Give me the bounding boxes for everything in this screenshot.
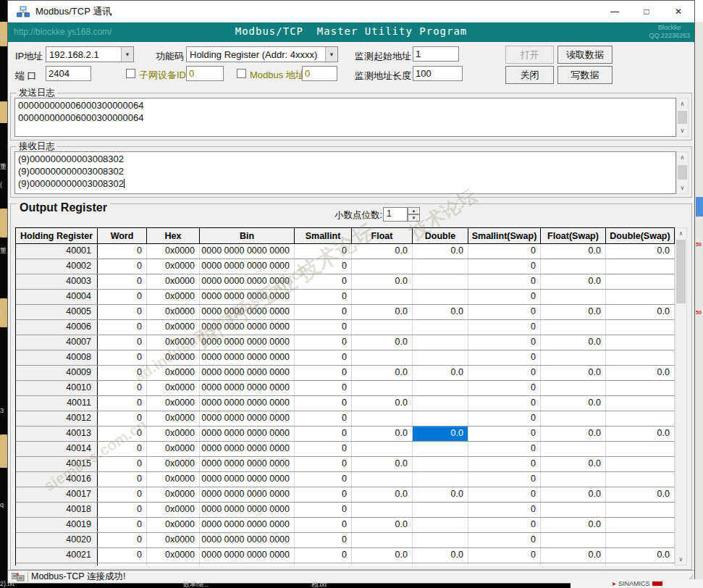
- grid-cell[interactable]: 0000 0000 0000 0000: [200, 563, 295, 566]
- grid-cell[interactable]: [606, 396, 675, 411]
- grid-cell[interactable]: 0: [295, 518, 352, 532]
- grid-cell[interactable]: [541, 259, 606, 274]
- grid-cell[interactable]: [606, 350, 675, 365]
- grid-cell[interactable]: 0.0: [352, 274, 413, 289]
- grid-cell[interactable]: [541, 320, 606, 335]
- grid-cell[interactable]: 0: [98, 274, 147, 289]
- grid-cell[interactable]: [352, 320, 413, 335]
- grid-scrollbar[interactable]: ∧ ∨: [675, 227, 687, 566]
- grid-cell[interactable]: 0.0: [606, 366, 675, 380]
- grid-cell[interactable]: 40022: [16, 563, 98, 566]
- grid-cell[interactable]: 0: [98, 457, 147, 471]
- grid-cell[interactable]: 0.0: [352, 335, 413, 350]
- grid-cell[interactable]: 0: [468, 244, 541, 259]
- write-data-button[interactable]: 写数据: [557, 66, 613, 84]
- grid-cell[interactable]: 0.0: [352, 548, 413, 563]
- grid-cell[interactable]: 0.0: [352, 366, 413, 380]
- grid-cell[interactable]: [541, 472, 606, 487]
- grid-cell[interactable]: 0: [295, 366, 352, 380]
- monitor-start-input[interactable]: 1: [413, 46, 459, 62]
- grid-cell[interactable]: [413, 335, 468, 350]
- grid-cell[interactable]: 0000 0000 0000 0000: [200, 533, 295, 547]
- scroll-down-icon[interactable]: ∨: [675, 554, 686, 565]
- grid-cell[interactable]: 0000 0000 0000 0000: [200, 335, 295, 350]
- grid-cell[interactable]: 0: [468, 563, 541, 566]
- grid-cell[interactable]: 0.0: [541, 518, 606, 532]
- grid-cell[interactable]: 0x0000: [147, 259, 200, 274]
- grid-cell[interactable]: 0: [468, 518, 541, 532]
- grid-cell[interactable]: 0x0000: [147, 533, 200, 547]
- grid-cell[interactable]: 40018: [16, 503, 98, 517]
- grid-cell[interactable]: 0: [295, 320, 352, 335]
- grid-cell[interactable]: 0.0: [413, 548, 468, 563]
- grid-cell[interactable]: 0000 0000 0000 0000: [200, 274, 295, 289]
- grid-cell[interactable]: [413, 290, 468, 304]
- grid-cell[interactable]: 40015: [16, 457, 98, 471]
- grid-cell[interactable]: 40001: [16, 244, 98, 259]
- grid-cell[interactable]: 0: [98, 472, 147, 487]
- grid-cell[interactable]: [352, 290, 413, 304]
- grid-cell[interactable]: 0: [295, 487, 352, 502]
- grid-cell[interactable]: 0.0: [352, 427, 413, 441]
- grid-cell[interactable]: [352, 350, 413, 365]
- grid-cell[interactable]: 40007: [16, 335, 98, 350]
- grid-cell[interactable]: 0.0: [541, 366, 606, 380]
- grid-cell[interactable]: 0: [98, 335, 147, 350]
- grid-cell[interactable]: 0.0: [413, 305, 468, 319]
- grid-cell[interactable]: [606, 411, 675, 426]
- scroll-down-icon[interactable]: ∨: [677, 125, 688, 136]
- grid-cell[interactable]: 0: [98, 411, 147, 426]
- subnet-id-input[interactable]: 0: [186, 66, 224, 81]
- grid-cell[interactable]: 0.0: [352, 305, 413, 319]
- grid-cell[interactable]: 0: [98, 427, 147, 441]
- grid-cell[interactable]: 0: [468, 305, 541, 319]
- grid-cell[interactable]: [352, 563, 413, 566]
- grid-cell[interactable]: 0: [98, 487, 147, 502]
- grid-cell[interactable]: [352, 472, 413, 487]
- grid-cell[interactable]: 0: [468, 350, 541, 365]
- grid-cell[interactable]: 0.0: [606, 427, 675, 441]
- grid-cell[interactable]: [606, 518, 675, 532]
- grid-cell[interactable]: 0.0: [541, 305, 606, 319]
- grid-cell[interactable]: 0.0: [541, 427, 606, 441]
- grid-cell[interactable]: 0: [468, 335, 541, 350]
- grid-cell[interactable]: [413, 396, 468, 411]
- grid-cell[interactable]: [541, 290, 606, 304]
- grid-cell[interactable]: 0: [468, 503, 541, 517]
- grid-cell[interactable]: [413, 320, 468, 335]
- grid-cell[interactable]: 40003: [16, 274, 98, 289]
- minimize-button[interactable]: —: [599, 1, 631, 22]
- grid-cell[interactable]: [413, 563, 468, 566]
- scroll-up-icon[interactable]: ∧: [677, 152, 688, 163]
- grid-cell[interactable]: [413, 472, 468, 487]
- grid-cell[interactable]: 0: [468, 427, 541, 441]
- grid-cell[interactable]: [606, 563, 675, 566]
- spin-down-icon[interactable]: ▼: [408, 214, 420, 222]
- grid-cell[interactable]: 0: [468, 457, 541, 471]
- grid-cell[interactable]: 40005: [16, 305, 98, 319]
- grid-cell[interactable]: [413, 503, 468, 517]
- grid-cell[interactable]: 0000 0000 0000 0000: [200, 396, 295, 411]
- grid-cell[interactable]: 0: [295, 457, 352, 471]
- grid-cell[interactable]: 0x0000: [147, 396, 200, 411]
- grid-cell[interactable]: 0x0000: [147, 411, 200, 426]
- grid-cell[interactable]: 40011: [16, 396, 98, 411]
- close-conn-button[interactable]: 关闭: [505, 66, 554, 84]
- grid-cell[interactable]: 0x0000: [147, 350, 200, 365]
- grid-cell[interactable]: 0000 0000 0000 0000: [200, 244, 295, 259]
- grid-cell[interactable]: [606, 274, 675, 289]
- decimal-places-input[interactable]: 1: [383, 207, 408, 222]
- scroll-up-icon[interactable]: ∧: [677, 98, 688, 109]
- grid-cell[interactable]: 0000 0000 0000 0000: [200, 442, 295, 456]
- grid-cell[interactable]: 0: [295, 274, 352, 289]
- grid-cell[interactable]: 40017: [16, 487, 98, 502]
- grid-cell[interactable]: 0: [98, 320, 147, 335]
- grid-cell[interactable]: 0: [468, 411, 541, 426]
- grid-cell[interactable]: [352, 381, 413, 395]
- grid-cell[interactable]: 0.0: [541, 274, 606, 289]
- grid-cell[interactable]: 0000 0000 0000 0000: [200, 381, 295, 395]
- grid-cell[interactable]: [541, 411, 606, 426]
- send-log-scrollbar[interactable]: ∧ ∨: [676, 98, 689, 137]
- grid-cell[interactable]: [413, 533, 468, 547]
- grid-cell[interactable]: 0.0: [352, 244, 413, 259]
